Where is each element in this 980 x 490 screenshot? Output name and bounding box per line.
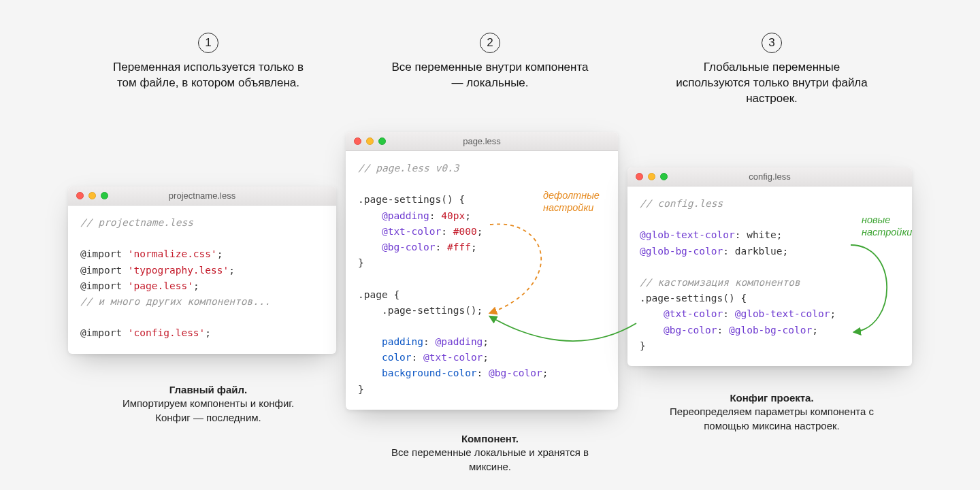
titlebar: config.less [627, 167, 912, 186]
code-string: 'normalize.css' [128, 248, 217, 259]
titlebar: page.less [346, 132, 618, 151]
code-keyword: @import [80, 248, 122, 259]
code-var: @padding [436, 336, 483, 347]
step-number: 3 [768, 36, 774, 50]
code-block: // projectname.less @import 'normalize.c… [68, 206, 336, 354]
traffic-lights [636, 173, 668, 180]
code-string: 'page.less' [128, 280, 193, 291]
diagram-stage: 1 Переменная используется только в том ф… [0, 0, 980, 490]
window-project: projectname.less // projectname.less @im… [68, 186, 336, 354]
code-value: #000 [453, 226, 477, 237]
code-call: .page-settings() [382, 305, 477, 316]
footer-title: Конфиг проекта. [730, 392, 813, 404]
footer-title: Компонент. [461, 433, 519, 444]
footer-page: Компонент. Все переменные локальные и хр… [388, 432, 592, 474]
traffic-lights [354, 137, 386, 145]
code-var: @bg-color [664, 325, 717, 336]
code-var: @glob-text-color [735, 308, 830, 319]
footer-title: Главный файл. [169, 384, 248, 395]
code-keyword: @import [80, 265, 122, 276]
code-prop: color [382, 352, 412, 363]
close-icon [76, 192, 84, 199]
step-3: 3 Глобальные переменные используются тол… [670, 33, 874, 107]
step-caption: Переменная используется только в том фай… [106, 60, 310, 91]
code-var: @glob-text-color [640, 229, 735, 240]
code-prop: padding [382, 336, 423, 347]
code-value: darkblue [735, 246, 783, 257]
window-title: projectname.less [68, 191, 336, 201]
code-var: @glob-bg-color [640, 246, 723, 257]
zoom-icon [660, 173, 668, 180]
footer-text: Все переменные локальные и хранятся в ми… [391, 446, 589, 472]
step-2: 2 Все переменные внутри компонента — лок… [388, 33, 592, 91]
code-value: white [747, 229, 777, 240]
window-title: config.less [627, 172, 912, 182]
titlebar: projectname.less [68, 186, 336, 206]
step-number: 2 [487, 36, 493, 50]
code-prop: background-color [382, 368, 477, 378]
step-badge: 3 [762, 33, 782, 53]
code-value: #fff [447, 242, 471, 252]
code-selector: .page-settings() [358, 194, 453, 205]
code-string: 'typography.less' [128, 265, 229, 276]
annotation-new-settings: новые настройки [862, 214, 912, 238]
minimize-icon [366, 137, 374, 145]
annotation-default-settings: дефолтные настройки [543, 189, 600, 214]
code-selector: .page-settings() [640, 293, 735, 304]
code-var: @txt-color [664, 308, 723, 319]
code-var: @bg-color [382, 242, 436, 252]
code-var: @txt-color [423, 352, 483, 363]
footer-config: Конфиг проекта. Переопределяем параметры… [670, 391, 874, 433]
window-page: page.less // page.less v0.3 .page-settin… [346, 132, 618, 410]
step-number: 1 [205, 36, 211, 50]
code-selector: .page [358, 289, 388, 300]
code-comment: // config.less [640, 198, 723, 209]
zoom-icon [101, 192, 108, 199]
step-caption: Глобальные переменные используются тольк… [670, 60, 874, 107]
code-var: @padding [382, 210, 429, 221]
code-var: @txt-color [382, 226, 441, 237]
window-title: page.less [346, 136, 618, 146]
step-badge: 1 [198, 33, 218, 53]
code-keyword: @import [80, 327, 122, 338]
close-icon [636, 173, 643, 180]
code-comment: // projectname.less [80, 217, 193, 228]
footer-text: Импортируем компоненты и конфиг. Конфиг … [122, 397, 294, 423]
code-comment: // кастомизация компонентов [640, 277, 800, 288]
minimize-icon [88, 192, 96, 199]
close-icon [354, 137, 361, 145]
code-keyword: @import [80, 280, 122, 291]
footer-text: Переопределяем параметры компонента с по… [670, 406, 874, 431]
minimize-icon [648, 173, 655, 180]
code-var: @glob-bg-color [729, 325, 812, 336]
code-comment: // и много других компонентов... [80, 296, 270, 307]
zoom-icon [378, 137, 386, 145]
code-comment: // page.less v0.3 [358, 163, 459, 174]
traffic-lights [76, 192, 108, 199]
code-var: @bg-color [489, 368, 542, 378]
footer-project: Главный файл. Импортируем компоненты и к… [106, 383, 310, 425]
step-badge: 2 [480, 33, 500, 53]
step-caption: Все переменные внутри компонента — локал… [388, 60, 592, 91]
step-1: 1 Переменная используется только в том ф… [106, 33, 310, 91]
code-value: 40px [441, 210, 465, 221]
window-config: config.less // config.less @glob-text-co… [627, 167, 912, 366]
code-string: 'config.less' [128, 327, 206, 338]
